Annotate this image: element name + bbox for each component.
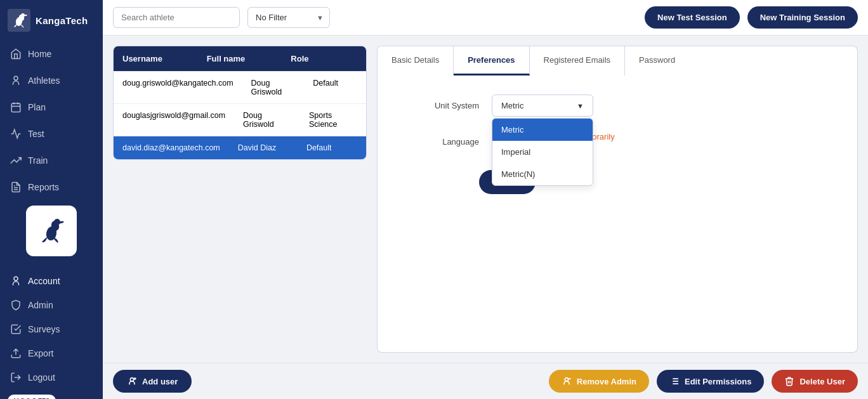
tab-registered-emails[interactable]: Registered Emails bbox=[530, 46, 626, 75]
account-icon bbox=[10, 275, 22, 287]
table-header: Username Full name Role bbox=[114, 46, 366, 71]
delete-user-button[interactable]: Delete User bbox=[772, 370, 858, 393]
train-label: Train bbox=[28, 155, 48, 166]
svg-rect-5 bbox=[11, 103, 20, 112]
athletes-label: Athletes bbox=[28, 75, 60, 86]
content-area: Username Full name Role doug.griswold@ka… bbox=[103, 36, 868, 363]
brand-kangaroo-icon bbox=[34, 213, 69, 249]
home-icon bbox=[10, 48, 22, 60]
table-row[interactable]: doug.griswold@kangatech.com Doug Griswol… bbox=[114, 71, 366, 103]
sidebar: KangaTech Home Athletes Plan bbox=[0, 0, 103, 399]
logo-area: KangaTech bbox=[0, 0, 103, 41]
svg-point-15 bbox=[14, 277, 18, 280]
unit-system-label: Unit System bbox=[403, 101, 479, 110]
sidebar-item-plan[interactable]: Plan bbox=[0, 94, 103, 121]
col-fullname: Full name bbox=[198, 46, 282, 71]
table-row[interactable]: david.diaz@kangatech.com David Diaz Defa… bbox=[114, 136, 366, 159]
plan-label: Plan bbox=[28, 102, 46, 112]
reports-icon bbox=[10, 181, 22, 193]
sidebar-item-test[interactable]: Test bbox=[0, 121, 103, 147]
export-icon bbox=[10, 348, 22, 359]
row1-fullname: Doug Griswold bbox=[242, 72, 305, 103]
delete-user-label: Delete User bbox=[799, 377, 845, 386]
user-table: Username Full name Role doug.griswold@ka… bbox=[113, 46, 367, 160]
table-row[interactable]: douglasjgriswold@gmail.com Doug Griswold… bbox=[114, 103, 366, 136]
tab-password[interactable]: Password bbox=[625, 46, 689, 75]
sidebar-item-reports[interactable]: Reports bbox=[0, 174, 103, 200]
version-badge: V 2.0.3.779 bbox=[8, 395, 56, 399]
language-label: Language bbox=[403, 137, 479, 147]
surveys-label: Surveys bbox=[28, 324, 60, 334]
tab-preferences[interactable]: Preferences bbox=[454, 46, 529, 75]
admin-label: Admin bbox=[28, 300, 53, 310]
unit-system-control: Metric ▼ Metric Imperial Metric(N) bbox=[492, 95, 593, 117]
remove-admin-icon bbox=[562, 376, 572, 386]
row1-role: Default bbox=[304, 72, 366, 103]
main-content: No Filter ▼ New Test Session New Trainin… bbox=[103, 0, 868, 399]
new-training-session-button[interactable]: New Training Session bbox=[747, 6, 858, 29]
panel-body: Unit System Metric ▼ Metric Imperial Met… bbox=[377, 75, 858, 353]
row2-fullname: Doug Griswold bbox=[234, 104, 300, 136]
sidebar-item-logout[interactable]: Logout bbox=[0, 365, 103, 389]
athletes-icon bbox=[10, 75, 22, 86]
plan-icon bbox=[10, 101, 22, 113]
sidebar-item-train[interactable]: Train bbox=[0, 147, 103, 174]
reports-label: Reports bbox=[28, 182, 59, 192]
row3-fullname: David Diaz bbox=[229, 136, 298, 159]
unit-option-metric[interactable]: Metric bbox=[492, 119, 593, 141]
sidebar-item-admin[interactable]: Admin bbox=[0, 293, 103, 317]
logo-icon bbox=[8, 9, 30, 32]
unit-select-button[interactable]: Metric ▼ bbox=[492, 95, 593, 117]
row2-username: douglasjgriswold@gmail.com bbox=[114, 104, 234, 136]
detail-panel: Basic Details Preferences Registered Ema… bbox=[377, 46, 858, 353]
edit-permissions-icon bbox=[669, 376, 680, 386]
add-user-button[interactable]: Add user bbox=[113, 370, 192, 393]
delete-user-icon bbox=[784, 376, 794, 386]
remove-admin-label: Remove Admin bbox=[577, 377, 636, 386]
row3-username: david.diaz@kangatech.com bbox=[114, 136, 229, 159]
user-table-section: Username Full name Role doug.griswold@ka… bbox=[113, 46, 367, 353]
col-username: Username bbox=[114, 46, 198, 71]
remove-admin-button[interactable]: Remove Admin bbox=[549, 370, 649, 393]
header: No Filter ▼ New Test Session New Trainin… bbox=[103, 0, 868, 36]
sidebar-item-export[interactable]: Export bbox=[0, 341, 103, 365]
edit-permissions-button[interactable]: Edit Permissions bbox=[657, 370, 764, 393]
bottom-bar: Add user Remove Admin Edit Permissions bbox=[103, 363, 868, 399]
tab-basic-details[interactable]: Basic Details bbox=[378, 46, 454, 75]
row3-role: Default bbox=[298, 136, 366, 159]
surveys-icon bbox=[10, 324, 22, 335]
export-label: Export bbox=[28, 348, 53, 358]
test-icon bbox=[10, 128, 22, 140]
add-user-label: Add user bbox=[142, 377, 178, 386]
sidebar-item-account[interactable]: Account bbox=[0, 269, 103, 293]
train-icon bbox=[10, 155, 22, 166]
brand-box bbox=[26, 206, 77, 256]
filter-wrapper: No Filter ▼ bbox=[247, 7, 330, 28]
filter-select[interactable]: No Filter bbox=[247, 7, 330, 28]
new-test-session-button[interactable]: New Test Session bbox=[645, 6, 740, 29]
bottom-nav: Account Admin Surveys Export bbox=[0, 269, 103, 389]
sidebar-item-home[interactable]: Home bbox=[0, 41, 103, 67]
svg-point-4 bbox=[14, 76, 18, 80]
home-label: Home bbox=[28, 49, 51, 59]
unit-option-imperial[interactable]: Imperial bbox=[492, 141, 593, 163]
main-nav: Home Athletes Plan Test bbox=[0, 41, 103, 200]
unit-dropdown-menu: Metric Imperial Metric(N) bbox=[492, 118, 593, 186]
sidebar-item-surveys[interactable]: Surveys bbox=[0, 317, 103, 341]
logo-text: KangaTech bbox=[36, 15, 88, 26]
unit-select-value: Metric bbox=[501, 101, 523, 110]
logout-label: Logout bbox=[28, 372, 55, 383]
search-input[interactable] bbox=[113, 7, 240, 28]
tab-bar: Basic Details Preferences Registered Ema… bbox=[377, 46, 858, 75]
unit-dropdown-arrow-icon: ▼ bbox=[577, 102, 584, 110]
unit-system-row: Unit System Metric ▼ Metric Imperial Met… bbox=[403, 95, 832, 117]
account-label: Account bbox=[28, 276, 60, 286]
add-user-icon bbox=[127, 376, 137, 386]
edit-permissions-label: Edit Permissions bbox=[685, 377, 751, 386]
row1-username: doug.griswold@kangatech.com bbox=[114, 72, 242, 103]
sidebar-item-athletes[interactable]: Athletes bbox=[0, 67, 103, 94]
row2-role: Sports Science bbox=[300, 104, 366, 136]
test-label: Test bbox=[28, 129, 44, 139]
language-row: Language Language options are temporaril… bbox=[403, 132, 832, 151]
unit-option-metric-n[interactable]: Metric(N) bbox=[492, 163, 593, 185]
